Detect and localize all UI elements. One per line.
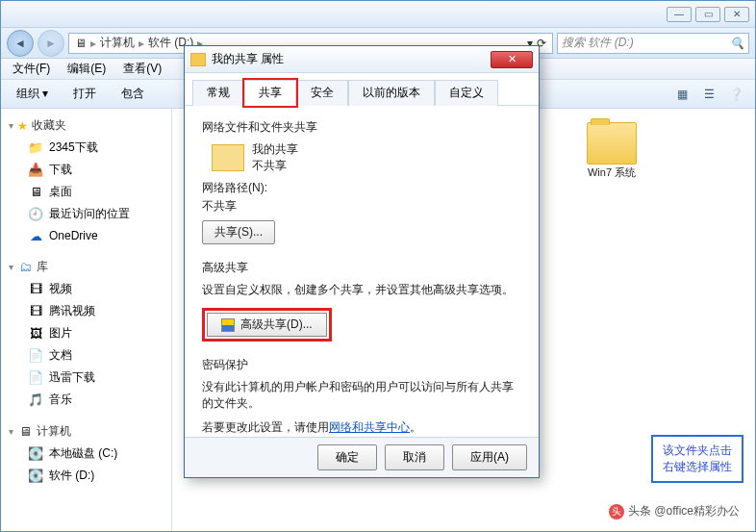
dialog-body: 网络文件和文件夹共享 我的共享 不共享 网络路径(N): 不共享 共享(S)..… <box>185 106 539 437</box>
share-button[interactable]: 共享(S)... <box>202 220 275 244</box>
sidebar-item-downloads[interactable]: 📥下载 <box>1 159 171 181</box>
sidebar-item-label: 下载 <box>49 162 72 178</box>
advanced-share-button[interactable]: 高级共享(D)... <box>207 313 327 337</box>
maximize-button[interactable]: ▭ <box>695 7 720 22</box>
file-item[interactable]: Win7 系统 <box>574 118 649 183</box>
share-status: 不共享 <box>252 158 298 174</box>
sidebar-item-label: 2345下载 <box>49 139 98 156</box>
dialog-close-button[interactable]: ✕ <box>491 51 533 68</box>
collapse-icon: ▾ <box>9 262 13 272</box>
advanced-share-section: 高级共享 设置自定义权限，创建多个共享，并设置其他高级共享选项。 高级共享(D)… <box>202 260 521 342</box>
ok-button[interactable]: 确定 <box>317 444 377 470</box>
sidebar-item-d-drive[interactable]: 💽软件 (D:) <box>1 465 171 487</box>
sidebar: ▾ ★ 收藏夹 📁2345下载 📥下载 🖥桌面 🕘最近访问的位置 ☁OneDri… <box>1 109 172 532</box>
favorites-label: 收藏夹 <box>32 117 66 134</box>
tab-general[interactable]: 常规 <box>192 80 244 106</box>
sidebar-item-label: 文档 <box>49 347 72 364</box>
advanced-share-desc: 设置自定义权限，创建多个共享，并设置其他高级共享选项。 <box>202 282 521 298</box>
library-header[interactable]: ▾ 🗂 库 <box>1 256 171 278</box>
computer-icon: 🖥 <box>75 37 87 50</box>
file-label: Win7 系统 <box>588 166 636 179</box>
video-icon: 🎞 <box>28 304 43 319</box>
help-button[interactable]: ❔ <box>724 85 747 104</box>
cancel-button[interactable]: 取消 <box>385 444 444 470</box>
password-section: 密码保护 没有此计算机的用户帐户和密码的用户可以访问与所有人共享的文件夹。 若要… <box>202 357 521 436</box>
password-desc2-post: 。 <box>410 420 421 434</box>
sidebar-item-label: 图片 <box>49 325 72 342</box>
sidebar-item-onedrive[interactable]: ☁OneDrive <box>1 225 171 246</box>
drive-icon: 💽 <box>28 446 43 462</box>
dialog-tabs: 常规 共享 安全 以前的版本 自定义 <box>185 73 539 106</box>
crumb-computer[interactable]: 计算机 <box>100 35 135 51</box>
cloud-icon: ☁ <box>28 228 43 243</box>
sidebar-item-label: 桌面 <box>49 184 72 200</box>
sidebar-item-label: OneDrive <box>49 229 98 242</box>
view-buttons: ▦ ☰ ❔ <box>670 85 747 104</box>
folder-icon: 📁 <box>28 140 43 156</box>
star-icon: ★ <box>17 119 28 133</box>
search-input[interactable]: 搜索 软件 (D:) 🔍 <box>557 33 749 54</box>
recent-icon: 🕘 <box>28 207 43 222</box>
section-title: 高级共享 <box>202 260 521 276</box>
desktop-icon: 🖥 <box>28 185 43 200</box>
sidebar-item-2345[interactable]: 📁2345下载 <box>1 137 171 159</box>
include-button[interactable]: 包含 <box>113 83 152 105</box>
properties-dialog: 我的共享 属性 ✕ 常规 共享 安全 以前的版本 自定义 网络文件和文件夹共享 … <box>184 45 540 478</box>
password-desc2-pre: 若要更改此设置，请使用 <box>202 420 329 434</box>
share-name: 我的共享 <box>252 141 298 158</box>
menu-file[interactable]: 文件(F) <box>5 59 58 79</box>
network-center-link[interactable]: 网络和共享中心 <box>329 420 410 434</box>
password-desc1: 没有此计算机的用户帐户和密码的用户可以访问与所有人共享的文件夹。 <box>202 379 521 412</box>
window-buttons: — ▭ ✕ <box>667 7 749 22</box>
picture-icon: 🖼 <box>28 326 43 342</box>
tab-share[interactable]: 共享 <box>244 80 296 106</box>
computer-label: 计算机 <box>37 423 71 440</box>
apply-button[interactable]: 应用(A) <box>452 444 527 470</box>
sidebar-item-desktop[interactable]: 🖥桌面 <box>1 181 171 203</box>
network-share-section: 网络文件和文件夹共享 我的共享 不共享 网络路径(N): 不共享 共享(S)..… <box>202 119 521 244</box>
sidebar-item-xunlei[interactable]: 📄迅雷下载 <box>1 367 171 389</box>
library-icon: 🗂 <box>17 260 33 275</box>
sidebar-item-music[interactable]: 🎵音乐 <box>1 389 171 411</box>
sidebar-item-c-drive[interactable]: 💽本地磁盘 (C:) <box>1 443 171 465</box>
menu-edit[interactable]: 编辑(E) <box>60 59 113 79</box>
open-button[interactable]: 打开 <box>65 83 104 105</box>
close-button[interactable]: ✕ <box>724 7 749 22</box>
favorites-header[interactable]: ▾ ★ 收藏夹 <box>1 114 171 137</box>
sidebar-item-label: 音乐 <box>49 392 72 408</box>
chevron-right-icon: ▸ <box>90 37 96 50</box>
computer-group: ▾ 🖥 计算机 💽本地磁盘 (C:) 💽软件 (D:) <box>1 420 171 487</box>
network-path-value: 不共享 <box>202 198 521 215</box>
tab-custom[interactable]: 自定义 <box>435 80 498 106</box>
favorites-group: ▾ ★ 收藏夹 📁2345下载 📥下载 🖥桌面 🕘最近访问的位置 ☁OneDri… <box>1 114 171 246</box>
folder-icon <box>587 122 637 165</box>
network-path-label: 网络路径(N): <box>202 180 521 196</box>
advanced-share-label: 高级共享(D)... <box>240 317 313 333</box>
advanced-share-highlight: 高级共享(D)... <box>202 308 332 342</box>
watermark: 头 头条 @office精彩办公 <box>609 503 740 519</box>
drive-icon: 💽 <box>28 469 43 484</box>
back-button[interactable]: ◄ <box>7 30 34 57</box>
view-icons-button[interactable]: ▦ <box>670 85 693 104</box>
view-details-button[interactable]: ☰ <box>697 85 720 104</box>
sidebar-item-docs[interactable]: 📄文档 <box>1 344 171 367</box>
search-placeholder: 搜索 软件 (D:) <box>562 35 634 51</box>
sidebar-item-label: 视频 <box>49 281 72 297</box>
document-icon: 📄 <box>28 370 43 386</box>
sidebar-item-tencent[interactable]: 🎞腾讯视频 <box>1 300 171 322</box>
sidebar-item-label: 本地磁盘 (C:) <box>49 445 117 462</box>
download-icon: 📥 <box>28 163 43 178</box>
sidebar-item-video[interactable]: 🎞视频 <box>1 278 171 300</box>
tab-previous[interactable]: 以前的版本 <box>348 80 435 106</box>
forward-button[interactable]: ► <box>38 30 64 57</box>
share-folder-row: 我的共享 不共享 <box>212 141 521 174</box>
organize-button[interactable]: 组织 ▾ <box>9 83 56 105</box>
folder-icon <box>212 144 244 171</box>
sidebar-item-pictures[interactable]: 🖼图片 <box>1 322 171 344</box>
tab-security[interactable]: 安全 <box>296 80 348 106</box>
minimize-button[interactable]: — <box>667 7 692 22</box>
sidebar-item-recent[interactable]: 🕘最近访问的位置 <box>1 203 171 225</box>
sidebar-item-label: 最近访问的位置 <box>49 206 130 222</box>
computer-header[interactable]: ▾ 🖥 计算机 <box>1 420 171 443</box>
menu-view[interactable]: 查看(V) <box>115 59 169 79</box>
